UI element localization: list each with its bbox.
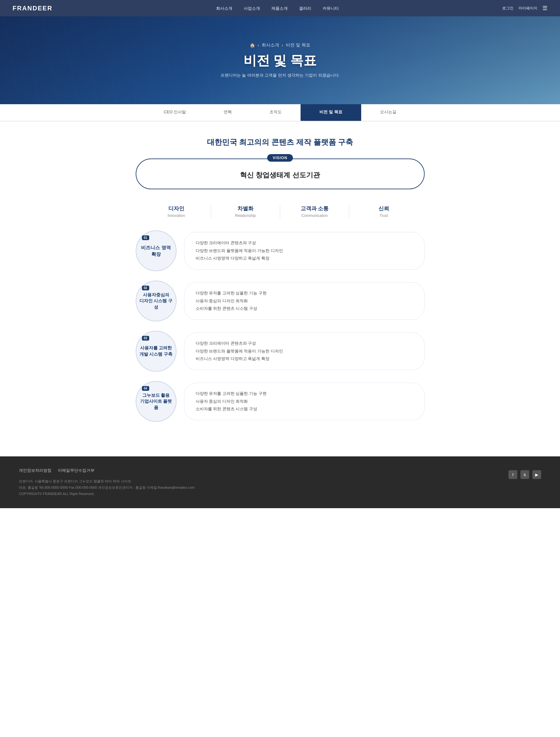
goal-line-3-1: 다양한 크리에이터 콘텐츠와 구성 [196, 340, 413, 348]
goal-content-1: 다양한 크리에이터 콘텐츠와 구성 다양한 브랜드와 플랫폼에 적용이 가능한 … [184, 232, 425, 270]
footer-info-line3: COPYRIGHT© FRANDEAR ALL Right Reserved. [19, 491, 195, 497]
goal-num-3: 03 [142, 336, 149, 341]
nav-item-gallery[interactable]: 갤러리 [299, 5, 311, 11]
breadcrumb-company[interactable]: 회사소개 [262, 42, 279, 48]
pillar-diff: 차별화 Relationship [211, 205, 280, 218]
pillar-design: 디자인 Innovation [142, 205, 211, 218]
vision-box: VISION 혁신 창업생태계 선도기관 [136, 159, 425, 189]
footer-left: 개인정보처리방침 이메일무단수집거부 프랜디어. 서울특별시 종로구 프랜디어 … [19, 468, 195, 497]
goal-circle-1: 01 비즈니스 영역 확장 [136, 230, 177, 271]
footer-links: 개인정보처리방침 이메일무단수집거부 [19, 468, 195, 473]
goal-num-1: 01 [142, 236, 149, 240]
goal-line-3-3: 비즈니스 사영영역 다양하고 폭넓게 확장 [196, 355, 413, 363]
goal-row-1: 01 비즈니스 영역 확장 다양한 크리에이터 콘텐츠와 구성 다양한 브랜드와… [136, 230, 425, 271]
section-title: 대한민국 최고의의 콘텐츠 제작 플랫폼 구축 [136, 137, 425, 147]
blog-icon[interactable]: b [520, 470, 529, 479]
hero-title: 비전 및 목표 [243, 52, 317, 69]
breadcrumb-home-icon[interactable]: 🏠 [250, 43, 255, 48]
facebook-icon[interactable]: f [508, 470, 517, 479]
nav-item-business[interactable]: 사업소개 [244, 5, 260, 11]
goal-num-4: 04 [142, 386, 149, 391]
breadcrumb: 🏠 › 회사소개 › 비전 및 목표 [250, 42, 310, 48]
pillar-comm-title: 고객과 소통 [283, 205, 346, 212]
footer-info-line2: 대표: 홍길동 Tel.000-0000-0000 Fax.000-000-00… [19, 485, 195, 491]
goal-line-4-2: 사용자 중심의 디자인 최적화 [196, 398, 413, 405]
footer-privacy-link[interactable]: 개인정보처리방침 [19, 468, 52, 473]
goal-content-2: 다양한 유저를 고려한 심플한 기능 구현 사용자 중심의 디자인 최적화 소비… [184, 282, 425, 320]
pillar-diff-title: 차별화 [214, 205, 277, 212]
footer: 개인정보처리방침 이메일무단수집거부 프랜디어. 서울특별시 종로구 프랜디어 … [0, 456, 560, 508]
goal-label-3: 사용자를 고려한 개발 시스템 구축 [137, 345, 175, 357]
goal-line-2-1: 다양한 유저를 고려한 심플한 기능 구현 [196, 290, 413, 297]
menu-icon[interactable]: ☰ [542, 5, 547, 12]
submenu-vision[interactable]: 비전 및 목표 [301, 104, 361, 121]
goal-label-2: 사용자중심의 디자인 시스템 구성 [136, 292, 176, 311]
pillar-comm: 고객과 소통 Communication [280, 205, 349, 218]
goal-line-1-3: 비즈니스 사영영역 다양하고 폭넓게 확장 [196, 255, 413, 263]
pillar-diff-sub: Relationship [214, 214, 277, 218]
goal-line-1-1: 다양한 크리에이터 콘텐츠와 구성 [196, 239, 413, 247]
footer-email-link[interactable]: 이메일무단수집거부 [58, 468, 95, 473]
main-nav: 회사소개 사업소개 제품소개 갤러리 커뮤니티 [216, 5, 339, 11]
goal-line-4-1: 다양한 유저를 고려한 심플한 기능 구현 [196, 390, 413, 398]
goal-row-2: 02 사용자중심의 디자인 시스템 구성 다양한 유저를 고려한 심플한 기능 … [136, 281, 425, 322]
nav-item-products[interactable]: 제품소개 [271, 5, 288, 11]
breadcrumb-current: 비전 및 목표 [286, 42, 310, 48]
pillar-trust: 신뢰 Trust [349, 205, 418, 218]
hero-section: 🏠 › 회사소개 › 비전 및 목표 비전 및 목표 프랜디어는 늘 여러분과 … [0, 16, 560, 104]
pillar-trust-sub: Trust [352, 214, 415, 218]
goal-line-1-2: 다양한 브랜드와 플랫폼에 적용이 가능한 디자인 [196, 247, 413, 255]
submenu: CEO 인사말 연혁 조직도 비전 및 목표 오시는길 [0, 104, 560, 122]
nav-item-community[interactable]: 커뮤니티 [323, 5, 339, 11]
vision-text: 혁신 창업생태계 선도기관 [149, 171, 411, 180]
goal-circle-3: 03 사용자를 고려한 개발 시스템 구축 [136, 331, 177, 371]
goal-circle-2: 02 사용자중심의 디자인 시스템 구성 [136, 281, 177, 322]
footer-info: 프랜디어. 서울특별시 종로구 프랜디어 그누보드 템플릿 테마 제작 사이트 … [19, 478, 195, 497]
header: FRANDEER 회사소개 사업소개 제품소개 갤러리 커뮤니티 로그인 마이페… [0, 0, 560, 16]
goal-line-2-2: 사용자 중심의 디자인 최적화 [196, 297, 413, 305]
goal-content-4: 다양한 유저를 고려한 심플한 기능 구현 사용자 중심의 디자인 최적화 소비… [184, 382, 425, 420]
logo[interactable]: FRANDEER [13, 5, 52, 12]
goal-line-4-3: 소비자를 위한 콘텐츠 시스템 구성 [196, 405, 413, 413]
login-link[interactable]: 로그인 [502, 6, 514, 11]
nav-list: 회사소개 사업소개 제품소개 갤러리 커뮤니티 [216, 5, 339, 11]
goal-circle-4: 04 그누보드 활용 기업사이트 플랫폼 [136, 381, 177, 422]
youtube-icon[interactable]: ▶ [532, 470, 541, 479]
goal-line-2-3: 소비자를 위한 콘텐츠 시스템 구성 [196, 305, 413, 313]
goal-row-4: 04 그누보드 활용 기업사이트 플랫폼 다양한 유저를 고려한 심플한 기능 … [136, 381, 425, 422]
goal-label-1: 비즈니스 영역 확장 [136, 244, 176, 258]
nav-item-company[interactable]: 회사소개 [216, 5, 232, 11]
pillar-comm-sub: Communication [283, 214, 346, 218]
breadcrumb-separator: › [258, 43, 259, 48]
pillar-design-sub: Innovation [145, 214, 208, 218]
submenu-ceo[interactable]: CEO 인사말 [145, 104, 205, 121]
goal-line-3-2: 다양한 브랜드와 플랫폼에 적용이 가능한 디자인 [196, 348, 413, 355]
mypage-link[interactable]: 마이페이지 [519, 6, 537, 11]
submenu-directions[interactable]: 오시는길 [361, 104, 415, 121]
breadcrumb-separator2: › [282, 43, 283, 48]
footer-social-icons: f b ▶ [508, 470, 541, 479]
submenu-history[interactable]: 연혁 [205, 104, 251, 121]
vision-badge: VISION [267, 154, 293, 162]
footer-info-line1: 프랜디어. 서울특별시 종로구 프랜디어 그누보드 템플릿 테마 제작 사이트 [19, 478, 195, 485]
submenu-org[interactable]: 조직도 [251, 104, 301, 121]
pillars-row: 디자인 Innovation 차별화 Relationship 고객과 소통 C… [136, 205, 425, 218]
goal-num-2: 02 [142, 286, 149, 290]
header-right: 로그인 마이페이지 ☰ [502, 5, 547, 12]
main-content: 대한민국 최고의의 콘텐츠 제작 플랫폼 구축 VISION 혁신 창업생태계 … [129, 122, 431, 456]
pillar-trust-title: 신뢰 [352, 205, 415, 212]
goal-row-3: 03 사용자를 고려한 개발 시스템 구축 다양한 크리에이터 콘텐츠와 구성 … [136, 331, 425, 371]
hero-subtitle: 프랜디어는 늘 여러분과 고객을 먼저 생각하는 기업이 되겠습니다. [220, 73, 340, 78]
goal-content-3: 다양한 크리에이터 콘텐츠와 구성 다양한 브랜드와 플랫폼에 적용이 가능한 … [184, 333, 425, 370]
goal-label-4: 그누보드 활용 기업사이트 플랫폼 [136, 392, 176, 411]
pillar-design-title: 디자인 [145, 205, 208, 212]
